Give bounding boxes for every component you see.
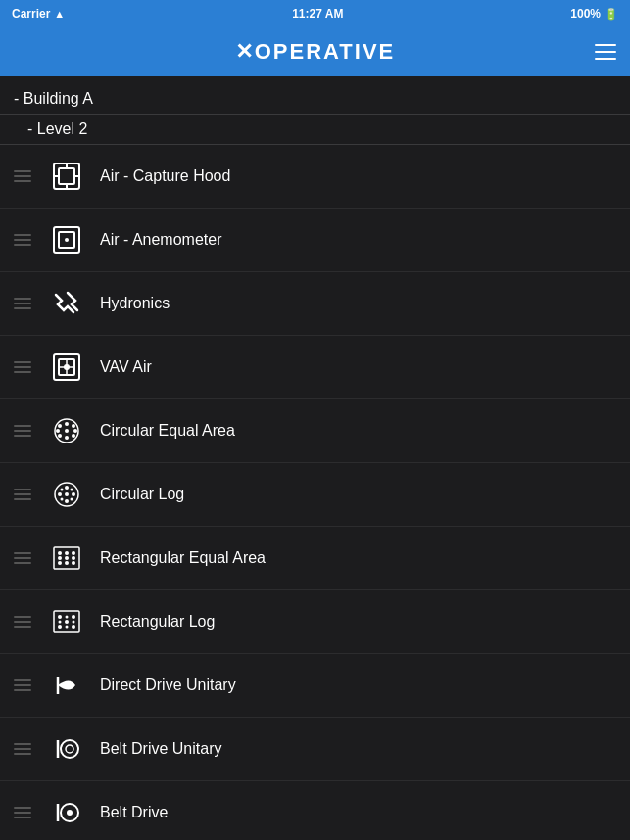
item-label: Direct Drive Unitary [100, 677, 236, 694]
svg-point-38 [58, 556, 62, 560]
list-item[interactable]: Hydronics [0, 272, 630, 336]
list-item[interactable]: Rectangular Equal Area [0, 527, 630, 590]
hydronics-icon [45, 282, 88, 325]
svg-point-28 [58, 492, 62, 496]
svg-point-26 [65, 486, 69, 490]
list-item[interactable]: Belt Drive Unitary [0, 718, 630, 781]
rectangular-equal-area-icon [45, 537, 88, 580]
item-label: Air - Capture Hood [100, 167, 230, 185]
svg-point-29 [72, 492, 75, 496]
belt-drive-icon [45, 791, 88, 834]
svg-point-48 [72, 625, 75, 629]
status-right: 100% 🔋 [570, 7, 618, 21]
svg-point-52 [66, 616, 69, 619]
direct-drive-unitary-icon [45, 664, 88, 707]
svg-point-15 [58, 424, 62, 428]
svg-point-39 [65, 556, 69, 560]
battery-label: 100% [570, 7, 601, 21]
list-item[interactable]: Direct Drive Unitary [0, 654, 630, 718]
svg-point-47 [58, 625, 62, 629]
drag-handle[interactable] [14, 234, 31, 246]
svg-point-32 [61, 498, 64, 501]
svg-point-20 [72, 434, 75, 438]
item-label: Rectangular Log [100, 613, 215, 630]
item-label: VAV Air [100, 358, 152, 376]
svg-point-42 [65, 561, 69, 565]
list-item[interactable]: Air - Anemometer [0, 209, 630, 272]
belt-drive-unitary-icon [45, 727, 88, 770]
item-label: Circular Log [100, 486, 184, 503]
level-name: Level 2 [37, 120, 88, 137]
svg-point-30 [61, 489, 64, 491]
svg-point-36 [65, 551, 69, 555]
svg-point-13 [64, 364, 70, 370]
items-list: Air - Capture Hood Air - Anemometer Hydr… [0, 145, 630, 840]
content-area: - Building A - Level 2 Air - Capture Hoo… [0, 76, 630, 840]
drag-handle[interactable] [14, 616, 31, 628]
anemometer-icon [45, 218, 88, 261]
battery-icon: 🔋 [605, 8, 618, 21]
vav-air-icon [45, 346, 88, 389]
status-bar: Carrier ▲ 11:27 AM 100% 🔋 [0, 0, 630, 27]
status-time: 11:27 AM [292, 7, 343, 21]
svg-point-41 [58, 561, 62, 565]
item-label: Circular Equal Area [100, 422, 235, 440]
svg-point-56 [61, 740, 78, 758]
svg-point-60 [67, 810, 73, 816]
building-name: Building A [24, 90, 93, 107]
drag-handle[interactable] [14, 489, 31, 500]
carrier-label: Carrier [12, 7, 50, 21]
item-label: Belt Drive [100, 804, 168, 821]
drag-handle[interactable] [14, 807, 31, 818]
svg-point-33 [71, 498, 73, 501]
menu-button[interactable] [595, 44, 616, 60]
svg-point-37 [72, 551, 75, 555]
svg-point-23 [65, 429, 69, 433]
building-node: - Building A [0, 84, 630, 115]
svg-point-31 [71, 489, 73, 491]
drag-handle[interactable] [14, 298, 31, 309]
list-item[interactable]: Circular Log [0, 463, 630, 527]
list-item[interactable]: Circular Equal Area [0, 399, 630, 463]
level-node: - Level 2 [0, 115, 630, 145]
svg-point-45 [58, 615, 62, 619]
drag-handle[interactable] [14, 170, 31, 182]
list-item[interactable]: Belt Drive [0, 781, 630, 840]
svg-point-19 [65, 436, 69, 440]
list-item[interactable]: Air - Capture Hood [0, 145, 630, 209]
svg-point-17 [72, 424, 75, 428]
capture-hood-icon [45, 155, 88, 198]
svg-point-27 [65, 499, 69, 503]
svg-point-18 [58, 434, 62, 438]
list-item[interactable]: Rectangular Log [0, 590, 630, 654]
svg-point-8 [65, 238, 69, 242]
building-label: - [14, 90, 24, 107]
svg-rect-1 [59, 168, 74, 184]
svg-point-50 [59, 621, 62, 624]
circular-equal-area-icon [45, 409, 88, 452]
title-rest: OPERATIVE [255, 39, 396, 64]
svg-point-51 [73, 621, 75, 624]
svg-point-22 [73, 429, 77, 433]
svg-point-40 [72, 556, 75, 560]
drag-handle[interactable] [14, 361, 31, 373]
list-item[interactable]: VAV Air [0, 336, 630, 399]
drag-handle[interactable] [14, 743, 31, 755]
status-left: Carrier ▲ [12, 7, 65, 21]
svg-point-21 [56, 429, 60, 433]
svg-point-57 [66, 745, 73, 753]
drag-handle[interactable] [14, 679, 31, 691]
drag-handle[interactable] [14, 552, 31, 564]
item-label: Rectangular Equal Area [100, 549, 266, 567]
svg-point-46 [72, 615, 75, 619]
app-header: ✕OPERATIVE [0, 27, 630, 76]
item-label: Air - Anemometer [100, 231, 221, 249]
title-x: ✕ [235, 39, 255, 64]
svg-point-25 [65, 492, 69, 496]
svg-point-35 [58, 551, 62, 555]
drag-handle[interactable] [14, 425, 31, 437]
svg-point-49 [65, 620, 69, 624]
item-label: Belt Drive Unitary [100, 740, 221, 758]
svg-point-53 [66, 626, 69, 629]
circular-log-icon [45, 473, 88, 516]
